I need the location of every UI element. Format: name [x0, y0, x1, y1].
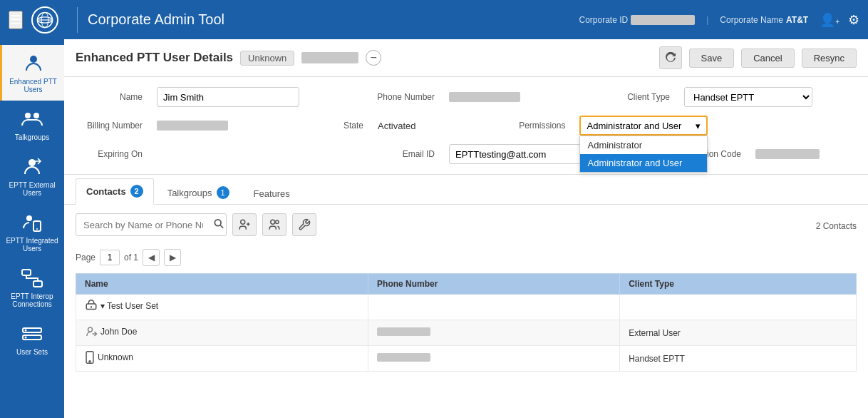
search-input[interactable]: [76, 213, 227, 236]
permissions-wrapper: Administrator and User ▾ Administrator A…: [579, 116, 708, 136]
sidebar-item-user-sets[interactable]: User Sets: [0, 315, 64, 363]
settings-icon-btn[interactable]: ⚙: [848, 12, 859, 28]
search-icon: [214, 219, 224, 229]
add-individual-contact-icon: [238, 218, 251, 231]
sidebar-item-enhanced-ptt-users[interactable]: Enhanced PTT Users: [0, 45, 64, 101]
svg-rect-12: [33, 281, 42, 287]
tab-talkgroups[interactable]: Talkgroups 1: [157, 180, 240, 205]
svg-point-10: [36, 228, 38, 230]
col-header-name: Name: [76, 274, 368, 295]
sidebar-label-enhanced-ptt-users: Enhanced PTT Users: [5, 78, 61, 93]
permissions-option-administrator[interactable]: Administrator: [580, 136, 707, 154]
row-2-phone: [368, 320, 620, 346]
of-label: of 1: [124, 253, 138, 262]
resync-button[interactable]: Resync: [802, 49, 857, 68]
app-title: Corporate Admin Tool: [88, 11, 579, 28]
tab-contacts-label: Contacts: [86, 186, 126, 197]
enhanced-ptt-users-icon: [22, 52, 45, 75]
sidebar: Enhanced PTT Users Talkgroups EPTT Ext: [0, 39, 64, 418]
contacts-table: Name Phone Number Client Type: [76, 273, 857, 372]
top-header: ☰ Corporate Admin Tool Corporate ID | Co…: [0, 0, 868, 39]
page-number-input[interactable]: [100, 250, 120, 265]
header-right: Corporate ID | Corporate Name AT&T 👤+ ⚙: [579, 12, 860, 28]
header-icons: 👤+ ⚙: [820, 12, 859, 28]
billing-label: Billing Number: [78, 121, 143, 131]
row-1-name: ▾ Test User Set: [76, 295, 368, 320]
form-row-3: Expiring On Email ID Activation Code: [78, 144, 854, 164]
refresh-icon: [665, 52, 676, 63]
client-type-label: Client Type: [606, 92, 670, 102]
tab-features[interactable]: Features: [243, 182, 301, 205]
search-icon-btn[interactable]: [214, 219, 224, 231]
svg-point-8: [26, 215, 32, 221]
col-header-client-type: Client Type: [620, 274, 857, 295]
client-type-select[interactable]: Handset EPTT Mobile EPTT Tablet EPTT: [684, 87, 812, 107]
sidebar-item-eptt-integrated-users[interactable]: EPTT Integrated Users: [0, 204, 64, 260]
form-row-2: Billing Number State Activated Permissio…: [78, 116, 854, 136]
search-input-wrap: [76, 213, 227, 236]
permissions-label: Permissions: [501, 121, 565, 131]
form-row-1: Name Phone Number Client Type Handset EP…: [78, 87, 854, 107]
att-logo: [31, 6, 58, 34]
save-button[interactable]: Save: [689, 49, 735, 68]
tabs-bar: Contacts 2 Talkgroups 1 Features: [64, 175, 868, 205]
sidebar-item-eptt-interop-connections[interactable]: EPTT Interop Connections: [0, 260, 64, 315]
page-prev-btn[interactable]: ◀: [143, 249, 160, 266]
permissions-selected-value: Administrator and User: [587, 121, 681, 131]
eptt-interop-connections-icon: [21, 267, 43, 290]
pagination: Page of 1 ◀ ▶: [76, 249, 857, 266]
table-header-row: Name Phone Number Client Type: [76, 274, 857, 295]
permissions-dropdown-list: Administrator Administrator and User: [579, 136, 708, 173]
corp-divider: |: [706, 15, 708, 25]
cancel-button[interactable]: Cancel: [741, 49, 794, 68]
contacts-count: 2 Contacts: [816, 221, 857, 231]
name-input[interactable]: [157, 87, 299, 107]
corp-name-value: AT&T: [786, 15, 808, 25]
activation-code-blurred: [755, 149, 820, 159]
content-area: Enhanced PTT User Details Unknown − Save…: [64, 39, 868, 418]
talkgroups-icon: [21, 108, 43, 131]
sidebar-item-talkgroups[interactable]: Talkgroups: [0, 101, 64, 148]
page-label: Page: [76, 253, 95, 262]
sidebar-item-eptt-external-users[interactable]: EPTT External Users: [0, 148, 64, 204]
page-next-btn[interactable]: ▶: [164, 249, 181, 266]
phone-blurred: [449, 92, 520, 102]
row-1-icon-wrap: ▾ Test User Set: [85, 300, 158, 312]
contacts-section: 2 Contacts Page of 1 ◀ ▶ Name Phone Numb…: [64, 205, 868, 418]
tab-contacts[interactable]: Contacts 2: [76, 178, 154, 205]
add-group-contact-btn[interactable]: [262, 213, 286, 236]
sidebar-label-talkgroups: Talkgroups: [15, 133, 49, 141]
row-1-client-type: [620, 295, 857, 320]
permissions-option-admin-user[interactable]: Administrator and User: [580, 154, 707, 172]
status-badge: Unknown: [240, 51, 294, 66]
svg-rect-11: [22, 270, 31, 275]
sidebar-label-user-sets: User Sets: [16, 348, 48, 356]
name-label: Name: [78, 92, 143, 102]
svg-point-6: [33, 113, 39, 118]
user-set-icon: [85, 300, 98, 312]
row-3-name: Unknown: [76, 346, 368, 372]
handset-icon: [85, 351, 95, 364]
svg-point-5: [25, 113, 31, 118]
tools-btn[interactable]: [292, 213, 316, 236]
tab-features-label: Features: [254, 188, 290, 199]
refresh-icon-btn[interactable]: [659, 46, 682, 69]
permissions-select-display[interactable]: Administrator and User ▾: [579, 116, 708, 136]
phone-label: Phone Number: [371, 92, 435, 102]
att-logo-svg: [36, 11, 54, 29]
minus-button[interactable]: −: [366, 50, 381, 66]
email-input[interactable]: [449, 144, 591, 164]
svg-point-16: [25, 337, 27, 339]
corp-id-value: [631, 15, 695, 25]
user-id-blurred: [301, 52, 358, 63]
search-bar: [76, 213, 316, 236]
row-3-phone-blurred: [377, 353, 430, 362]
user-icon-btn[interactable]: 👤+: [820, 12, 839, 28]
email-label: Email ID: [371, 149, 435, 159]
tools-icon: [298, 218, 311, 231]
svg-point-19: [241, 220, 245, 224]
menu-icon[interactable]: ☰: [9, 11, 23, 29]
table-row: ▾ Test User Set: [76, 295, 857, 320]
header-divider: [77, 7, 78, 33]
add-contact-btn[interactable]: [232, 213, 257, 236]
